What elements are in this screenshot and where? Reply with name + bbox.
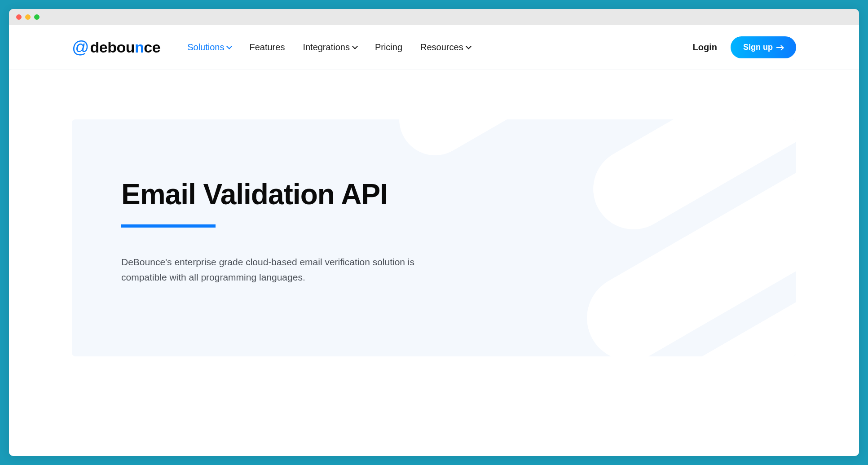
- logo-at-icon: @: [72, 38, 89, 57]
- close-window-button[interactable]: [16, 14, 22, 20]
- main-nav: Solutions Features Integrations Pricing …: [187, 42, 692, 53]
- logo[interactable]: @ debounce: [72, 38, 160, 57]
- hero-description: DeBounce's enterprise grade cloud-based …: [121, 254, 445, 285]
- logo-text: debounce: [90, 39, 161, 56]
- nav-solutions[interactable]: Solutions: [187, 42, 231, 53]
- hero-wrapper: Email Validation API DeBounce's enterpri…: [9, 70, 859, 356]
- nav-resources[interactable]: Resources: [420, 42, 471, 53]
- page-title: Email Validation API: [121, 178, 747, 211]
- signup-button[interactable]: Sign up: [731, 36, 796, 58]
- signup-label: Sign up: [743, 43, 773, 52]
- nav-label: Features: [249, 42, 285, 53]
- arrow-right-icon: [776, 45, 784, 50]
- site-header: @ debounce Solutions Features Integratio…: [9, 25, 859, 70]
- page-content: @ debounce Solutions Features Integratio…: [9, 25, 859, 456]
- chevron-down-icon: [466, 45, 471, 50]
- header-actions: Login Sign up: [693, 36, 796, 58]
- nav-label: Solutions: [187, 42, 224, 53]
- nav-label: Integrations: [303, 42, 350, 53]
- nav-label: Resources: [420, 42, 463, 53]
- hero-section: Email Validation API DeBounce's enterpri…: [72, 119, 796, 356]
- nav-pricing[interactable]: Pricing: [375, 42, 402, 53]
- minimize-window-button[interactable]: [25, 14, 31, 20]
- decorative-shape: [386, 119, 577, 168]
- title-underline: [121, 224, 216, 228]
- login-link[interactable]: Login: [693, 42, 717, 53]
- chevron-down-icon: [227, 45, 231, 50]
- window-title-bar: [9, 9, 859, 25]
- nav-features[interactable]: Features: [249, 42, 285, 53]
- nav-label: Pricing: [375, 42, 402, 53]
- hero-content: Email Validation API DeBounce's enterpri…: [121, 178, 747, 285]
- maximize-window-button[interactable]: [34, 14, 40, 20]
- browser-window: @ debounce Solutions Features Integratio…: [9, 9, 859, 456]
- nav-integrations[interactable]: Integrations: [303, 42, 357, 53]
- chevron-down-icon: [352, 45, 357, 50]
